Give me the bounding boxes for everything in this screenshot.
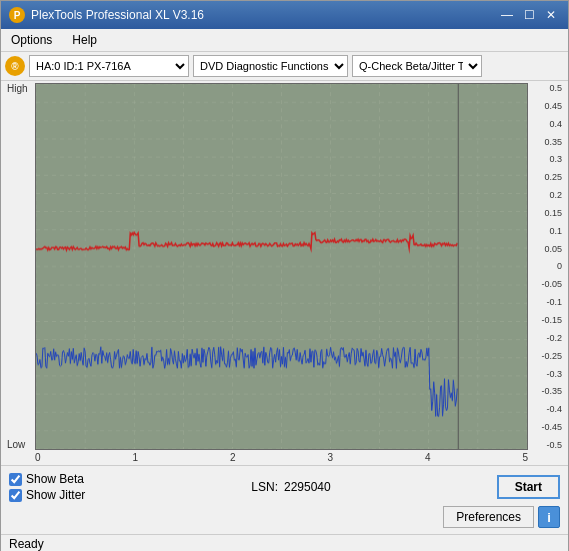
show-jitter-row: Show Jitter <box>9 488 85 502</box>
title-bar: P PlexTools Professional XL V3.16 — ☐ ✕ <box>1 1 568 29</box>
x-label-3: 3 <box>327 452 333 463</box>
y-label-10: 0 <box>530 261 562 271</box>
show-beta-row: Show Beta <box>9 472 85 486</box>
main-window: P PlexTools Professional XL V3.16 — ☐ ✕ … <box>0 0 569 551</box>
y-label-16: -0.3 <box>530 369 562 379</box>
y-label-8: 0.1 <box>530 226 562 236</box>
y-label-11: -0.05 <box>530 279 562 289</box>
window-title: PlexTools Professional XL V3.16 <box>31 8 204 22</box>
lsn-label: LSN: <box>251 480 278 494</box>
menu-options[interactable]: Options <box>5 31 58 49</box>
y-label-6: 0.2 <box>530 190 562 200</box>
y-label-7: 0.15 <box>530 208 562 218</box>
bottom-row2: Preferences i <box>9 506 560 528</box>
title-controls: — ☐ ✕ <box>498 6 560 24</box>
y-label-13: -0.15 <box>530 315 562 325</box>
chart-right-labels: 0.5 0.45 0.4 0.35 0.3 0.25 0.2 0.15 0.1 … <box>528 83 564 450</box>
checkboxes: Show Beta Show Jitter <box>9 472 85 502</box>
maximize-button[interactable]: ☐ <box>520 6 538 24</box>
y-label-2: 0.4 <box>530 119 562 129</box>
show-jitter-label: Show Jitter <box>26 488 85 502</box>
y-label-20: -0.5 <box>530 440 562 450</box>
minimize-button[interactable]: — <box>498 6 516 24</box>
chart-canvas <box>36 84 527 449</box>
app-icon: P <box>9 7 25 23</box>
chart-area: High Low 0.5 0.45 0.4 0.35 0.3 0.25 0.2 … <box>1 81 568 465</box>
chart-wrapper: High Low 0.5 0.45 0.4 0.35 0.3 0.25 0.2 … <box>5 83 564 450</box>
title-bar-left: P PlexTools Professional XL V3.16 <box>9 7 204 23</box>
y-label-3: 0.35 <box>530 137 562 147</box>
bottom-row1: Show Beta Show Jitter LSN: 2295040 Start <box>9 472 560 502</box>
y-label-0: 0.5 <box>530 83 562 93</box>
x-axis: 0 1 2 3 4 5 <box>5 450 528 463</box>
menu-bar: Options Help <box>1 29 568 52</box>
y-high-label: High <box>7 83 33 94</box>
right-buttons: Preferences i <box>443 506 560 528</box>
x-label-2: 2 <box>230 452 236 463</box>
x-label-5: 5 <box>522 452 528 463</box>
x-label-4: 4 <box>425 452 431 463</box>
y-label-17: -0.35 <box>530 386 562 396</box>
chart-main <box>35 83 528 450</box>
status-text: Ready <box>9 537 44 551</box>
x-label-1: 1 <box>132 452 138 463</box>
toolbar: ® HA:0 ID:1 PX-716A DVD Diagnostic Funct… <box>1 52 568 81</box>
show-beta-checkbox[interactable] <box>9 473 22 486</box>
status-bar: Ready <box>1 534 568 551</box>
drive-select[interactable]: HA:0 ID:1 PX-716A <box>29 55 189 77</box>
drive-icon: ® <box>5 56 25 76</box>
start-button[interactable]: Start <box>497 475 560 499</box>
y-label-12: -0.1 <box>530 297 562 307</box>
chart-left-label: High Low <box>5 83 35 450</box>
y-label-18: -0.4 <box>530 404 562 414</box>
lsn-value: 2295040 <box>284 480 331 494</box>
lsn-area: LSN: 2295040 <box>251 480 330 494</box>
menu-help[interactable]: Help <box>66 31 103 49</box>
y-label-15: -0.25 <box>530 351 562 361</box>
y-label-5: 0.25 <box>530 172 562 182</box>
bottom-panel: Show Beta Show Jitter LSN: 2295040 Start… <box>1 465 568 534</box>
y-label-4: 0.3 <box>530 154 562 164</box>
show-jitter-checkbox[interactable] <box>9 489 22 502</box>
info-button[interactable]: i <box>538 506 560 528</box>
function-select[interactable]: DVD Diagnostic Functions <box>193 55 348 77</box>
x-label-0: 0 <box>35 452 41 463</box>
test-select[interactable]: Q-Check Beta/Jitter Test <box>352 55 482 77</box>
close-button[interactable]: ✕ <box>542 6 560 24</box>
y-low-label: Low <box>7 439 33 450</box>
y-label-1: 0.45 <box>530 101 562 111</box>
show-beta-label: Show Beta <box>26 472 84 486</box>
y-label-9: 0.05 <box>530 244 562 254</box>
y-label-14: -0.2 <box>530 333 562 343</box>
preferences-button[interactable]: Preferences <box>443 506 534 528</box>
y-label-19: -0.45 <box>530 422 562 432</box>
